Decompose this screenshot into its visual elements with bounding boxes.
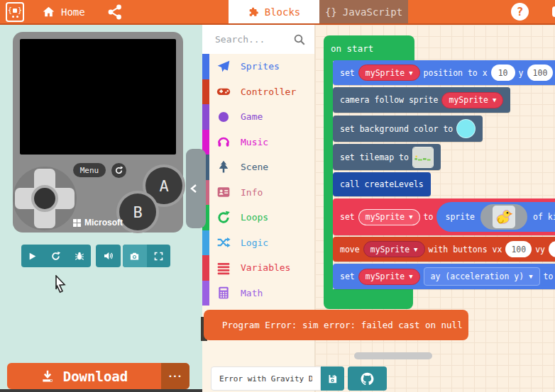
dropdown-arrow-icon: ▼ <box>493 96 496 103</box>
category-color-bar <box>202 104 209 130</box>
block-label: to <box>424 212 434 222</box>
tab-javascript[interactable]: {} JavaScript <box>319 0 408 23</box>
javascript-tab-label: JavaScript <box>343 6 402 18</box>
color-swatch[interactable] <box>456 119 476 138</box>
block-call-function[interactable]: call createLevels <box>333 172 431 196</box>
category-logic[interactable]: Logic <box>202 230 314 256</box>
download-icon <box>40 369 55 383</box>
category-label: Variables <box>241 262 290 273</box>
restart-button[interactable] <box>50 251 61 262</box>
download-button[interactable]: Download ••• <box>7 363 189 389</box>
play-button[interactable] <box>28 252 37 261</box>
value-input-x[interactable]: 10 <box>491 65 515 81</box>
share-icon <box>106 4 123 21</box>
mouse-cursor <box>53 275 69 293</box>
block-label: vy <box>535 245 545 254</box>
chevron-left-icon <box>189 184 198 194</box>
category-label: Scene <box>241 162 268 172</box>
sprite-thumbnail[interactable] <box>493 206 515 228</box>
category-color-bar <box>202 255 209 281</box>
category-label: Logic <box>241 237 268 248</box>
dpad-center[interactable] <box>31 185 58 212</box>
value-input-vx[interactable]: 100 <box>505 241 532 257</box>
category-controller[interactable]: Controller <box>202 79 314 105</box>
dropdown-arrow-icon: ▼ <box>409 273 412 280</box>
github-button[interactable] <box>348 366 387 391</box>
tab-blocks[interactable]: Blocks <box>229 0 319 23</box>
sound-button[interactable] <box>96 245 121 267</box>
block-set-tilemap[interactable]: set tilemap to <box>333 144 441 170</box>
block-camera-follow[interactable]: camera follow sprite mySprite▼ <box>333 87 510 113</box>
tree-icon <box>216 160 231 174</box>
block-set-sprite-property[interactable]: set mySprite▼ ay (acceleration y)▼ to <box>333 264 555 289</box>
block-sprite-of-kind[interactable]: sprite of kind <box>436 202 555 232</box>
category-sprites[interactable]: Sprites <box>202 54 314 79</box>
sim-control-group <box>21 245 91 267</box>
block-on-start[interactable]: on start <box>324 35 414 61</box>
download-more-button[interactable]: ••• <box>161 363 189 389</box>
microsoft-brand: Microsoft <box>13 218 183 228</box>
fullscreen-icon <box>153 251 164 262</box>
hide-simulator-handle[interactable] <box>186 149 206 228</box>
search-icon[interactable] <box>293 33 306 46</box>
block-set-variable[interactable]: set mySprite▼ to sprite of kind <box>333 198 555 235</box>
puzzle-icon <box>248 6 259 18</box>
project-name-input[interactable] <box>211 366 321 391</box>
github-icon <box>361 372 374 386</box>
property-dropdown[interactable]: ay (acceleration y)▼ <box>424 267 540 286</box>
dropdown-arrow-icon: ▼ <box>414 246 417 253</box>
category-variables[interactable]: Variables <box>202 255 314 281</box>
variable-dropdown[interactable]: mySprite▼ <box>358 269 420 285</box>
logo-dots <box>12 16 18 18</box>
fullscreen-button[interactable] <box>147 245 171 267</box>
settings-gear-icon-partial[interactable] <box>552 6 555 17</box>
microsoft-label: Microsoft <box>84 218 123 228</box>
block-set-background-color[interactable]: set background color to <box>333 116 483 142</box>
sim-menu-button[interactable]: Menu <box>73 163 106 177</box>
arcade-logo-icon[interactable]: {} <box>6 2 24 22</box>
sim-capture-group <box>123 245 170 267</box>
sim-reset-button[interactable] <box>111 163 126 178</box>
refresh-icon <box>114 166 123 175</box>
category-game[interactable]: Game <box>202 104 314 130</box>
category-music[interactable]: Music <box>202 130 314 155</box>
ellipsis-icon: ••• <box>168 373 182 380</box>
home-button[interactable]: Home <box>43 0 85 23</box>
category-color-bar <box>202 79 209 105</box>
help-button[interactable]: ? <box>511 3 529 21</box>
category-loops[interactable]: Loops <box>202 205 314 230</box>
game-screen <box>20 39 176 155</box>
variable-dropdown[interactable]: mySprite▼ <box>358 65 420 81</box>
top-bar: {} Home Blocks {} JavaScript ? <box>0 0 555 25</box>
screenshot-button[interactable] <box>123 245 147 267</box>
block-move-with-buttons[interactable]: move mySprite▼ with buttons vx 100 vy 0 <box>333 237 555 262</box>
error-text: Program Error: sim error: failed cast on… <box>222 320 463 330</box>
block-label: set tilemap to <box>340 152 409 162</box>
variable-dropdown[interactable]: mySprite▼ <box>363 241 425 257</box>
program-error-banner: Program Error: sim error: failed cast on… <box>204 310 468 340</box>
category-scene[interactable]: Scene <box>202 155 314 180</box>
variable-dropdown[interactable]: mySprite▼ <box>441 92 503 108</box>
logo-glyph: {} <box>8 7 22 14</box>
menu-label: Menu <box>80 166 99 175</box>
sprite-image-slot <box>480 204 527 230</box>
value-input-y[interactable]: 100 <box>527 65 554 81</box>
block-label: set background color to <box>340 124 453 134</box>
download-label: Download <box>63 369 128 384</box>
home-icon <box>43 6 55 18</box>
save-button[interactable] <box>321 366 344 391</box>
search-input[interactable] <box>202 34 293 45</box>
microsoft-logo-icon <box>73 219 81 227</box>
share-button[interactable] <box>106 4 123 21</box>
tilemap-thumbnail[interactable] <box>412 147 434 168</box>
category-info[interactable]: Info <box>202 180 314 206</box>
block-set-position[interactable]: set mySprite▼ position to x 10 y 100 <box>333 60 555 85</box>
dropdown-arrow-icon: ▼ <box>409 69 412 77</box>
category-label: Sprites <box>241 61 280 72</box>
horizontal-scrollbar[interactable] <box>354 352 432 359</box>
dropdown-arrow-icon: ▼ <box>409 213 412 220</box>
value-input-vy[interactable]: 0 <box>549 241 555 257</box>
debug-button[interactable] <box>75 251 84 261</box>
category-math[interactable]: Math <box>202 281 314 306</box>
variable-dropdown[interactable]: mySprite▼ <box>358 209 420 225</box>
